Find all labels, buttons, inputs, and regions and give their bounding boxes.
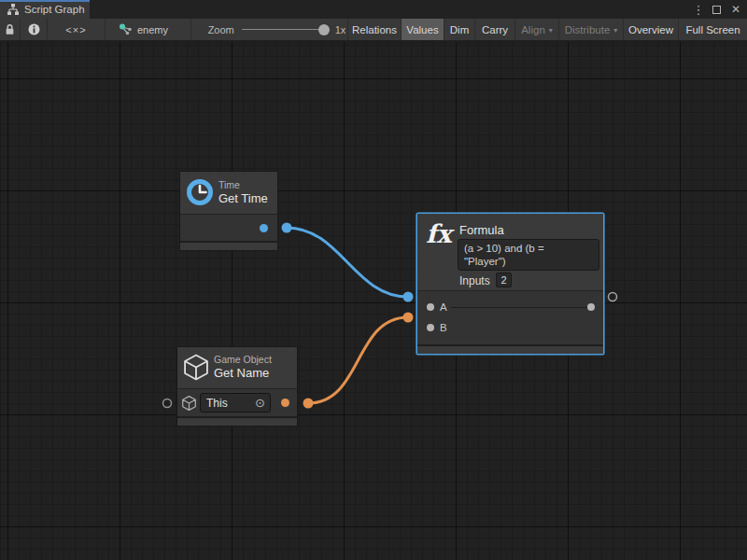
- wire-endpoint-time-output[interactable]: [282, 223, 292, 233]
- inputs-label: Inputs: [459, 274, 490, 287]
- node-header: fx Formula (a > 10) and (b = "Player") I…: [417, 214, 603, 290]
- clock-icon: [186, 178, 214, 206]
- port-label-b: B: [440, 322, 447, 333]
- node-header: Time Get Time: [180, 172, 277, 214]
- zoom-slider-handle[interactable]: [318, 24, 330, 35]
- wire-endpoint-formula-a[interactable]: [403, 292, 414, 302]
- node-footer: [417, 344, 603, 354]
- code-view-button[interactable]: <×>: [48, 19, 106, 40]
- lock-button[interactable]: [0, 19, 21, 40]
- wire-layer: [0, 42, 747, 560]
- graph-name: enemy: [137, 24, 168, 35]
- carry-button[interactable]: Carry: [474, 19, 514, 40]
- tab-script-graph[interactable]: Script Graph: [0, 0, 90, 19]
- node-footer: [180, 241, 277, 250]
- node-category: Game Object: [214, 354, 272, 365]
- tab-title: Script Graph: [24, 4, 85, 15]
- graph-canvas[interactable]: Time Get Time fx Formula (a > 10) and (b…: [0, 42, 747, 560]
- node-header: Game Object Get Name: [177, 347, 297, 388]
- target-object-field[interactable]: This ⊙: [200, 393, 271, 413]
- target-object-value: This: [201, 397, 255, 410]
- node-formula[interactable]: fx Formula (a > 10) and (b = "Player") I…: [416, 213, 604, 355]
- dim-button[interactable]: Dim: [444, 19, 474, 40]
- inputs-count-field[interactable]: 2: [496, 273, 512, 287]
- relations-button[interactable]: Relations: [347, 19, 401, 40]
- zoom-control: Zoom 1x: [191, 19, 347, 40]
- wire-endpoint-getname-output[interactable]: [303, 399, 314, 409]
- zoom-value: 1x: [335, 24, 346, 35]
- formula-expression-input[interactable]: (a > 10) and (b = "Player"): [458, 239, 599, 271]
- script-graph-window: Script Graph ⋮ ✕ <×>: [0, 0, 747, 560]
- node-body: A B: [417, 290, 603, 344]
- getname-output-port[interactable]: [281, 399, 289, 407]
- node-title: Formula: [459, 223, 504, 237]
- fullscreen-button[interactable]: Full Screen: [678, 19, 747, 40]
- cube-icon-small: [182, 396, 196, 411]
- maximize-icon: [712, 6, 721, 14]
- node-get-name[interactable]: Game Object Get Name This ⊙: [176, 346, 298, 427]
- wire-getname-to-formula-b[interactable]: [308, 317, 408, 403]
- graph-toolbar: <×> enemy Zoom 1x Relations Values Dim C…: [0, 19, 747, 41]
- node-body: [180, 214, 277, 241]
- node-title: Get Name: [214, 366, 269, 380]
- lock-icon: [5, 23, 15, 35]
- time-output-port[interactable]: [260, 224, 268, 232]
- code-icon: <×>: [65, 24, 86, 35]
- port-label-a: A: [440, 301, 447, 313]
- info-button[interactable]: [21, 19, 48, 40]
- expression-line-1: (a > 10) and (b =: [464, 242, 593, 255]
- node-body: This ⊙: [177, 388, 297, 416]
- wire-endpoint-formula-b[interactable]: [403, 313, 414, 323]
- values-button[interactable]: Values: [401, 19, 444, 40]
- cube-icon: [184, 354, 208, 381]
- maximize-button[interactable]: [708, 0, 725, 19]
- chevron-down-icon: ▾: [613, 26, 617, 35]
- formula-fx-icon: fx: [426, 219, 452, 248]
- zoom-slider[interactable]: [242, 29, 328, 30]
- align-dropdown[interactable]: Align▾: [514, 19, 558, 40]
- expression-line-2: "Player"): [464, 255, 593, 268]
- formula-output-port-outer[interactable]: [609, 293, 617, 301]
- active-tab-accent: [0, 0, 90, 2]
- graph-picker[interactable]: enemy: [106, 19, 191, 40]
- close-button[interactable]: ✕: [726, 0, 745, 19]
- graph-hierarchy-icon: [7, 4, 20, 15]
- title-bar: Script Graph ⋮ ✕: [0, 0, 747, 19]
- zoom-label: Zoom: [208, 24, 234, 35]
- chevron-down-icon: ▾: [549, 26, 553, 35]
- formula-input-b-port[interactable]: [427, 324, 434, 331]
- window-menu-icon[interactable]: ⋮: [691, 0, 706, 19]
- getname-target-port-outer[interactable]: [163, 399, 172, 408]
- node-footer: [177, 416, 297, 426]
- formula-output-port[interactable]: [587, 303, 595, 311]
- node-title: Get Time: [218, 191, 268, 205]
- formula-input-a-port[interactable]: [427, 303, 434, 311]
- info-icon: [28, 23, 40, 35]
- node-get-time[interactable]: Time Get Time: [179, 171, 278, 251]
- overview-button[interactable]: Overview: [623, 19, 678, 40]
- toolbar-toggle-group: Relations Values Dim Carry Align▾ Distri…: [347, 19, 747, 40]
- value-connection-line: [451, 307, 587, 308]
- wire-time-to-formula-a[interactable]: [287, 228, 408, 297]
- distribute-dropdown[interactable]: Distribute▾: [558, 19, 623, 40]
- node-category: Time: [218, 179, 240, 190]
- graph-icon: [119, 23, 133, 35]
- object-picker-icon[interactable]: ⊙: [255, 397, 270, 409]
